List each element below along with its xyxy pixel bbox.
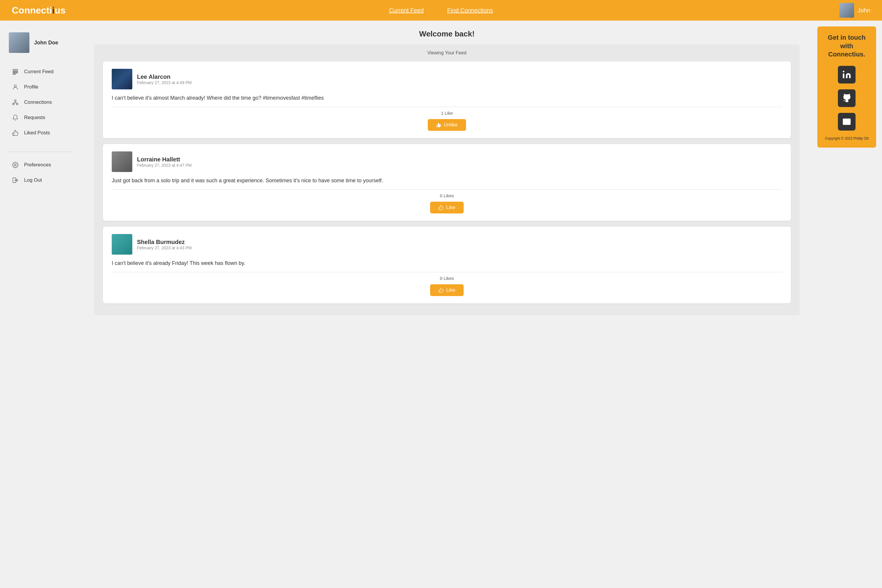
sidebar-item-connections[interactable]: Connections [9, 95, 74, 110]
svg-rect-7 [16, 104, 18, 105]
post-avatar-2 [112, 152, 132, 172]
post-text-1: I can't believe it's almost March alread… [112, 94, 782, 102]
page-wrapper: John Doe Current Feed [0, 21, 882, 588]
like-label-3: Like [446, 287, 455, 293]
email-icon[interactable] [838, 113, 855, 130]
post-author-info-3: Shella Burmudez February 27, 2023 at 4:4… [137, 239, 192, 250]
logo-highlight: i [52, 5, 55, 16]
post-likes-1: 1 Like [112, 111, 782, 116]
svg-point-16 [843, 70, 844, 72]
svg-point-12 [14, 164, 16, 166]
sidebar-label-liked-posts: Liked Posts [24, 130, 50, 136]
main-nav: Current Feed Find Connections [226, 7, 656, 14]
post-likes-3: 0 Likes [112, 276, 782, 281]
post-divider-2 [112, 189, 782, 190]
requests-icon [11, 114, 20, 122]
post-author-info-1: Lee Alarcon February 27, 2023 at 4:49 PM [137, 74, 192, 85]
post-avatar-3 [112, 234, 132, 255]
sidebar-label-connections: Connections [24, 99, 52, 105]
welcome-title: Welcome back! [94, 29, 800, 39]
post-avatar-1 [112, 69, 132, 89]
post-divider-3 [112, 272, 782, 272]
svg-rect-0 [13, 69, 18, 70]
svg-rect-1 [13, 71, 18, 72]
sidebar-label-profile: Profile [24, 84, 38, 90]
post-header-1: Lee Alarcon February 27, 2023 at 4:49 PM [112, 69, 782, 89]
header-username: John [858, 7, 870, 14]
post-timestamp-2: February 27, 2023 at 4:47 PM [137, 163, 192, 168]
feed-subtitle: Viewing Your Feed [103, 50, 791, 56]
unlike-button-1[interactable]: Unlike [428, 119, 466, 131]
sidebar-item-logout[interactable]: Log Out [9, 173, 74, 187]
feed-icon [11, 68, 20, 76]
header-avatar-img [839, 3, 854, 18]
feed-container: Viewing Your Feed Lee Alarcon February 2… [94, 44, 800, 315]
sidebar-label-preferences: Preferences [24, 162, 51, 168]
post-action-1: Unlike [112, 119, 782, 131]
sidebar-username: John Doe [34, 40, 58, 46]
sidebar: John Doe Current Feed [0, 21, 82, 588]
post-timestamp-3: February 27, 2023 at 4:43 PM [137, 246, 192, 250]
liked-icon [11, 129, 20, 137]
sidebar-label-current-feed: Current Feed [24, 69, 54, 75]
header: Connectiius Current Feed Find Connection… [0, 0, 882, 21]
post-author-info-2: Lorraine Hallett February 27, 2023 at 4:… [137, 156, 192, 168]
post-action-3: Like [112, 284, 782, 296]
sidebar-label-logout: Log Out [24, 177, 42, 183]
sidebar-item-current-feed[interactable]: Current Feed [9, 64, 74, 79]
svg-rect-5 [14, 100, 16, 101]
post-card-3: Shella Burmudez February 27, 2023 at 4:4… [103, 226, 791, 303]
nav-current-feed[interactable]: Current Feed [389, 7, 424, 14]
like-button-3[interactable]: Like [430, 284, 464, 296]
preferences-icon [11, 161, 20, 169]
svg-rect-2 [13, 73, 18, 73]
svg-rect-3 [13, 74, 16, 74]
post-text-3: I can't believe it's already Friday! Thi… [112, 259, 782, 267]
post-action-2: Like [112, 202, 782, 213]
connect-icons [823, 66, 870, 130]
svg-point-4 [14, 85, 16, 87]
nav-find-connections[interactable]: Find Connections [447, 7, 493, 14]
sidebar-item-profile[interactable]: Profile [9, 80, 74, 94]
sidebar-profile: John Doe [9, 32, 74, 53]
main-content: Welcome back! Viewing Your Feed Lee Alar… [82, 21, 812, 588]
header-avatar [839, 3, 854, 18]
linkedin-icon[interactable] [838, 66, 855, 84]
post-timestamp-1: February 27, 2023 at 4:49 PM [137, 80, 192, 85]
connect-title: Get in touch with Connectius. [823, 33, 870, 59]
sidebar-label-requests: Requests [24, 115, 45, 120]
sidebar-item-requests[interactable]: Requests [9, 111, 74, 124]
connect-copyright: Copyright © 2023 Phillip Ott [823, 136, 870, 141]
like-button-2[interactable]: Like [430, 202, 464, 213]
sidebar-nav: Current Feed Profile [9, 64, 74, 140]
connections-icon [11, 98, 20, 106]
sidebar-avatar [9, 32, 29, 53]
profile-icon [11, 83, 20, 91]
sidebar-item-preferences[interactable]: Preferences [9, 158, 74, 172]
post-header-2: Lorraine Hallett February 27, 2023 at 4:… [112, 152, 782, 172]
svg-rect-6 [13, 104, 14, 105]
post-header-3: Shella Burmudez February 27, 2023 at 4:4… [112, 234, 782, 255]
right-sidebar: Get in touch with Connectius. [812, 21, 882, 588]
svg-rect-15 [843, 74, 844, 78]
post-likes-2: 0 Likes [112, 193, 782, 198]
post-author-name-2: Lorraine Hallett [137, 156, 192, 163]
sidebar-bottom: Preferences Log Out [9, 158, 74, 187]
logout-icon [11, 176, 20, 184]
post-card-2: Lorraine Hallett February 27, 2023 at 4:… [103, 144, 791, 221]
post-author-name-1: Lee Alarcon [137, 74, 192, 80]
header-user: John [656, 3, 870, 18]
post-author-name-3: Shella Burmudez [137, 239, 192, 246]
github-icon[interactable] [838, 89, 855, 107]
like-label-2: Like [446, 205, 455, 210]
post-text-2: Just got back from a solo trip and it wa… [112, 177, 782, 184]
post-card-1: Lee Alarcon February 27, 2023 at 4:49 PM… [103, 62, 791, 138]
connect-box: Get in touch with Connectius. [818, 27, 876, 148]
unlike-label-1: Unlike [444, 122, 458, 128]
sidebar-item-liked-posts[interactable]: Liked Posts [9, 126, 74, 140]
logo[interactable]: Connectiius [12, 5, 226, 16]
